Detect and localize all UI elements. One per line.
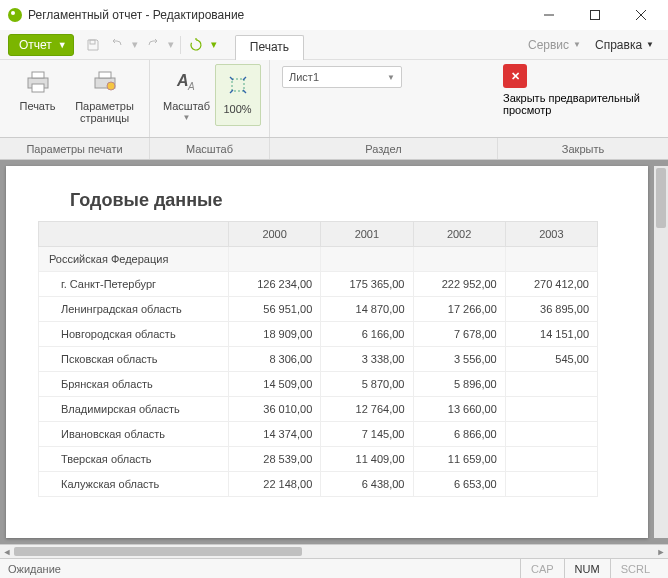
zoom-100-button[interactable]: 100% [215, 64, 261, 126]
table-cell-name: Псковская область [39, 347, 229, 372]
table-cell: 13 660,00 [413, 397, 505, 422]
table-cell: 3 556,00 [413, 347, 505, 372]
app-icon [8, 8, 22, 22]
save-icon[interactable] [82, 34, 104, 56]
scrollbar-thumb[interactable] [14, 547, 302, 556]
report-table: 2000200120022003 Российская Федерацияг. … [38, 221, 598, 497]
table-group-cell: Российская Федерация [39, 247, 229, 272]
table-row: Новгородская область18 909,006 166,007 6… [39, 322, 598, 347]
table-cell: 14 870,00 [321, 297, 413, 322]
status-cap: CAP [520, 559, 564, 578]
svg-rect-1 [591, 11, 600, 20]
undo-dropdown-icon[interactable]: ▾ [130, 34, 140, 56]
vertical-scrollbar[interactable] [654, 166, 668, 538]
table-cell-name: г. Санкт-Петербург [39, 272, 229, 297]
refresh-icon[interactable] [185, 34, 207, 56]
fullscreen-icon [222, 69, 254, 101]
table-row: Брянская область14 509,005 870,005 896,0… [39, 372, 598, 397]
svg-rect-13 [232, 79, 244, 91]
quick-access-toolbar: ▾ ▾ ▾ [82, 34, 219, 56]
table-row: Псковская область8 306,003 338,003 556,0… [39, 347, 598, 372]
chevron-down-icon: ▼ [646, 40, 654, 49]
group-label-close: Закрыть [498, 138, 668, 159]
svg-text:A: A [187, 81, 195, 92]
report-menu-button[interactable]: Отчет ▼ [8, 34, 74, 56]
ribbon-group-close: ✕ Закрыть предварительный просмотр [498, 60, 668, 137]
table-cell [505, 397, 597, 422]
table-cell-name: Калужская область [39, 472, 229, 497]
table-cell: 17 266,00 [413, 297, 505, 322]
printer-icon [22, 66, 54, 98]
page-setup-button[interactable]: Параметры страницы [68, 64, 142, 126]
table-row: Владимирская область36 010,0012 764,0013… [39, 397, 598, 422]
table-cell: 6 653,00 [413, 472, 505, 497]
svg-point-10 [107, 82, 115, 90]
table-cell: 18 909,00 [229, 322, 321, 347]
table-cell: 6 866,00 [413, 422, 505, 447]
ribbon-group-section: Лист1 ▼ [270, 60, 498, 137]
chevron-down-icon: ▼ [58, 40, 67, 50]
scale-icon: AA [171, 66, 203, 98]
redo-icon[interactable] [142, 34, 164, 56]
table-cell-name: Брянская область [39, 372, 229, 397]
table-cell: 222 952,00 [413, 272, 505, 297]
svg-rect-7 [32, 84, 44, 92]
statusbar: Ожидание CAP NUM SCRL [0, 558, 668, 578]
table-cell: 270 412,00 [505, 272, 597, 297]
table-row: г. Санкт-Петербург126 234,00175 365,0022… [39, 272, 598, 297]
table-row: Тверская область28 539,0011 409,0011 659… [39, 447, 598, 472]
ribbon-group-labels: Параметры печати Масштаб Раздел Закрыть [0, 138, 668, 160]
table-cell: 56 951,00 [229, 297, 321, 322]
scroll-left-icon[interactable]: ◄ [0, 545, 14, 558]
table-cell-name: Новгородская область [39, 322, 229, 347]
print-button[interactable]: Печать [8, 64, 68, 126]
scale-button[interactable]: AA Масштаб ▼ [159, 64, 215, 126]
minimize-button[interactable] [526, 0, 572, 30]
table-cell-name: Ленинградская область [39, 297, 229, 322]
table-header-cell: 2000 [229, 222, 321, 247]
table-row: Ивановская область14 374,007 145,006 866… [39, 422, 598, 447]
table-cell: 11 409,00 [321, 447, 413, 472]
group-label-scale: Масштаб [150, 138, 270, 159]
table-cell: 36 010,00 [229, 397, 321, 422]
close-x-icon: ✕ [503, 64, 527, 88]
group-label-section: Раздел [270, 138, 498, 159]
report-title: Годовые данные [70, 190, 616, 211]
table-cell [505, 422, 597, 447]
redo-dropdown-icon[interactable]: ▾ [166, 34, 176, 56]
ribbon: Печать Параметры страницы AA Масштаб ▼ 1… [0, 60, 668, 138]
help-menu[interactable]: Справка▼ [589, 36, 660, 54]
table-cell [505, 447, 597, 472]
table-cell: 7 678,00 [413, 322, 505, 347]
status-text: Ожидание [8, 563, 61, 575]
scroll-right-icon[interactable]: ► [654, 545, 668, 558]
svg-rect-9 [99, 72, 111, 78]
undo-icon[interactable] [106, 34, 128, 56]
maximize-button[interactable] [572, 0, 618, 30]
table-row: Калужская область22 148,006 438,006 653,… [39, 472, 598, 497]
table-cell: 8 306,00 [229, 347, 321, 372]
table-cell: 6 438,00 [321, 472, 413, 497]
close-button[interactable] [618, 0, 664, 30]
window-title: Регламентный отчет - Редактирование [28, 8, 244, 22]
group-label-print: Параметры печати [0, 138, 150, 159]
service-menu[interactable]: Сервис▼ [522, 36, 587, 54]
table-cell: 545,00 [505, 347, 597, 372]
table-cell-name: Владимирская область [39, 397, 229, 422]
table-cell: 11 659,00 [413, 447, 505, 472]
table-cell [505, 472, 597, 497]
table-cell: 175 365,00 [321, 272, 413, 297]
horizontal-scrollbar[interactable]: ◄ ► [0, 544, 668, 558]
table-cell: 6 166,00 [321, 322, 413, 347]
table-cell: 28 539,00 [229, 447, 321, 472]
refresh-dropdown-icon[interactable]: ▾ [209, 34, 219, 56]
table-cell: 3 338,00 [321, 347, 413, 372]
scrollbar-thumb[interactable] [656, 168, 666, 228]
svg-text:A: A [176, 72, 189, 89]
sheet-dropdown[interactable]: Лист1 ▼ [282, 66, 402, 88]
scrollbar-track[interactable] [14, 545, 654, 558]
tab-print[interactable]: Печать [235, 35, 304, 60]
table-header-cell: 2003 [505, 222, 597, 247]
table-cell: 7 145,00 [321, 422, 413, 447]
close-preview-button[interactable]: ✕ Закрыть предварительный просмотр [503, 64, 663, 116]
